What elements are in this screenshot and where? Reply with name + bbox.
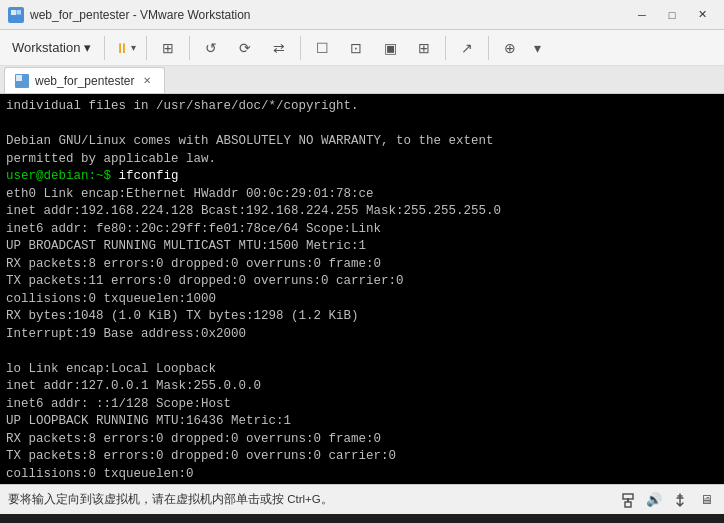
toolbar-btn-send[interactable]: ⊞	[152, 34, 184, 62]
tab-label: web_for_pentester	[35, 74, 134, 88]
menu-separator-2	[146, 36, 147, 60]
terminal-line: eth0 Link encap:Ethernet HWaddr 00:0c:29…	[6, 186, 718, 204]
terminal-line: Interrupt:19 Base address:0x2000	[6, 326, 718, 344]
menu-bar: Workstation ▾ ⏸ ▾ ⊞ ↺ ⟳ ⇄ ☐ ⊡ ▣ ⊞ ↗ ⊕ ▾	[0, 30, 724, 66]
window-controls: ─ □ ✕	[628, 4, 716, 26]
toolbar-btn-view2[interactable]: ⊡	[340, 34, 372, 62]
terminal-line: RX packets:8 errors:0 dropped:0 overruns…	[6, 431, 718, 449]
vm-tab[interactable]: web_for_pentester ✕	[4, 67, 165, 93]
close-button[interactable]: ✕	[688, 4, 716, 26]
minimize-button[interactable]: ─	[628, 4, 656, 26]
toolbar-btn-snap3[interactable]: ⇄	[263, 34, 295, 62]
svg-rect-5	[625, 502, 631, 507]
terminal-line: individual files in /usr/share/doc/*/cop…	[6, 98, 718, 116]
maximize-button[interactable]: □	[658, 4, 686, 26]
toolbar-btn-view3[interactable]: ▣	[374, 34, 406, 62]
terminal-line: RX packets:8 errors:0 dropped:0 overruns…	[6, 256, 718, 274]
terminal-line: collisions:0 txqueuelen:0	[6, 466, 718, 484]
terminal-line: inet6 addr: fe80::20c:29ff:fe01:78ce/64 …	[6, 221, 718, 239]
svg-rect-2	[17, 10, 22, 15]
workstation-label: Workstation	[12, 40, 80, 55]
terminal-area[interactable]: individual files in /usr/share/doc/*/cop…	[0, 94, 724, 484]
menu-separator-3	[189, 36, 190, 60]
workstation-dropdown-arrow: ▾	[84, 40, 91, 55]
display-icon: 🖥	[696, 490, 716, 510]
terminal-line: inet6 addr: ::1/128 Scope:Host	[6, 396, 718, 414]
tab-close-button[interactable]: ✕	[140, 74, 154, 88]
terminal-line: collisions:0 txqueuelen:1000	[6, 291, 718, 309]
terminal-line: TX packets:11 errors:0 dropped:0 overrun…	[6, 273, 718, 291]
toolbar-btn-extra-dd[interactable]: ▾	[528, 34, 546, 62]
workstation-menu[interactable]: Workstation ▾	[4, 36, 99, 59]
usb-icon	[670, 490, 690, 510]
pause-icon: ⏸	[115, 40, 129, 56]
terminal-line: RX bytes:1048 (1.0 KiB) TX bytes:1298 (1…	[6, 308, 718, 326]
terminal-line	[6, 343, 718, 361]
svg-rect-7	[623, 494, 633, 499]
title-bar-left: web_for_pentester - VMware Workstation	[8, 7, 251, 23]
pause-button[interactable]: ⏸ ▾	[110, 34, 141, 62]
tab-vm-icon	[15, 74, 29, 88]
terminal-line: inet addr:192.168.224.128 Bcast:192.168.…	[6, 203, 718, 221]
window-title: web_for_pentester - VMware Workstation	[30, 8, 251, 22]
toolbar-btn-view4[interactable]: ⊞	[408, 34, 440, 62]
svg-rect-4	[16, 75, 22, 81]
status-message: 要将输入定向到该虚拟机，请在虚拟机内部单击或按 Ctrl+G。	[8, 492, 333, 507]
terminal-line: permitted by applicable law.	[6, 151, 718, 169]
terminal-line	[6, 116, 718, 134]
menu-separator-6	[488, 36, 489, 60]
terminal-line: UP BROADCAST RUNNING MULTICAST MTU:1500 …	[6, 238, 718, 256]
terminal-line: TX packets:8 errors:0 dropped:0 overruns…	[6, 448, 718, 466]
title-bar: web_for_pentester - VMware Workstation ─…	[0, 0, 724, 30]
terminal-line: UP LOOPBACK RUNNING MTU:16436 Metric:1	[6, 413, 718, 431]
network-icon	[618, 490, 638, 510]
status-bar: 要将输入定向到该虚拟机，请在虚拟机内部单击或按 Ctrl+G。 🔊 🖥	[0, 484, 724, 514]
vm-icon	[8, 7, 24, 23]
status-icons: 🔊 🖥	[618, 490, 716, 510]
terminal-line: Debian GNU/Linux comes with ABSOLUTELY N…	[6, 133, 718, 151]
toolbar-btn-view1[interactable]: ☐	[306, 34, 338, 62]
toolbar-btn-extra[interactable]: ⊕	[494, 34, 526, 62]
terminal-line: inet addr:127.0.0.1 Mask:255.0.0.0	[6, 378, 718, 396]
menu-separator-5	[445, 36, 446, 60]
menu-separator-4	[300, 36, 301, 60]
menu-separator-1	[104, 36, 105, 60]
speaker-icon: 🔊	[644, 490, 664, 510]
toolbar-btn-snap2[interactable]: ⟳	[229, 34, 261, 62]
toolbar-btn-snap1[interactable]: ↺	[195, 34, 227, 62]
terminal-line: user@debian:~$ ifconfig	[6, 168, 718, 186]
toolbar-btn-send2[interactable]: ↗	[451, 34, 483, 62]
tab-bar: web_for_pentester ✕	[0, 66, 724, 94]
pause-dropdown: ▾	[131, 42, 136, 53]
svg-rect-1	[11, 10, 16, 15]
terminal-line: lo Link encap:Local Loopback	[6, 361, 718, 379]
